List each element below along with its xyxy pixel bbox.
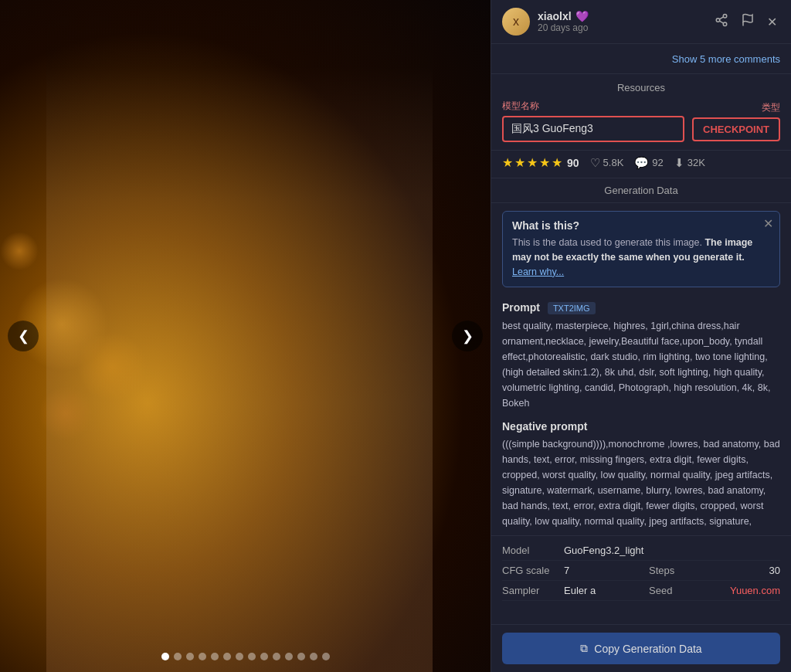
dot-11[interactable]: [285, 653, 293, 660]
info-box: ✕ What is this? This is the data used to…: [502, 211, 780, 287]
comments-stat: 💬 92: [634, 156, 663, 170]
info-text-before: This is the data used to generate this i…: [512, 237, 702, 248]
star-5: ★: [552, 155, 562, 170]
resources-section: Resources 模型名称 国风3 GuoFeng3 类型 CHECKPOIN…: [491, 74, 791, 151]
likes-stat: ♡ 5.8K: [590, 156, 624, 170]
resources-header: Resources: [502, 82, 780, 93]
star-rating: ★ ★ ★ ★ ★ 90: [502, 155, 579, 170]
comment-icon: 💬: [634, 156, 649, 170]
dot-3[interactable]: [186, 653, 194, 660]
model-val: GuoFeng3.2_light: [564, 545, 780, 556]
subject-figure: [46, 0, 433, 672]
stats-row: ★ ★ ★ ★ ★ 90 ♡ 5.8K 💬 92 ⬇ 32K: [491, 151, 791, 178]
heart-outline-icon: ♡: [590, 156, 600, 170]
learn-why-link[interactable]: Learn why...: [512, 266, 564, 277]
copy-icon: ⧉: [580, 642, 588, 655]
downloads-stat: ⬇ 32K: [674, 156, 705, 170]
dot-9[interactable]: [260, 653, 268, 660]
prompt-type-tag: TXT2IMG: [548, 302, 596, 314]
sampler-key: Sampler: [502, 585, 564, 596]
dot-7[interactable]: [236, 653, 243, 660]
sidebar-header: x xiaolxl 💜 20 days ago: [491, 0, 791, 44]
header-actions: ✕: [711, 10, 780, 33]
dot-8[interactable]: [248, 653, 256, 660]
type-label: 类型: [692, 101, 780, 114]
dot-5[interactable]: [211, 653, 219, 660]
rating-score: 90: [567, 157, 579, 169]
prompt-section: Prompt TXT2IMG best quality, masterpiece…: [491, 295, 791, 417]
model-name-col: 模型名称 国风3 GuoFeng3: [502, 100, 684, 142]
next-image-button[interactable]: ❯: [452, 321, 483, 351]
steps-key: Steps: [649, 565, 695, 576]
dot-4[interactable]: [199, 653, 206, 660]
info-box-close-button[interactable]: ✕: [763, 218, 773, 230]
bokeh-circle-4: [0, 232, 39, 270]
prompt-text: best quality, masterpiece, highres, 1gir…: [502, 318, 780, 411]
timestamp: 20 days ago: [538, 22, 704, 33]
dot-14[interactable]: [322, 653, 330, 660]
cfg-key: CFG scale: [502, 565, 564, 576]
prompt-label: Prompt TXT2IMG: [502, 301, 780, 314]
sidebar-panel: x xiaolxl 💜 20 days ago: [491, 0, 791, 672]
checkpoint-badge: CHECKPOINT: [692, 117, 780, 141]
copy-generation-data-button[interactable]: ⧉ Copy Generation Data: [502, 633, 780, 664]
negative-prompt-section: Negative prompt (((simple background))))…: [491, 417, 791, 535]
svg-line-3: [719, 21, 723, 23]
seed-val: Yuuen.com: [695, 585, 780, 596]
copy-button-label: Copy Generation Data: [594, 643, 701, 655]
svg-point-1: [716, 19, 720, 22]
type-col: 类型 CHECKPOINT: [692, 101, 780, 141]
cfg-val: 7: [564, 565, 649, 576]
dot-2[interactable]: [174, 653, 182, 660]
download-icon: ⬇: [674, 156, 684, 170]
negative-prompt-label: Negative prompt: [502, 420, 780, 433]
avatar: x: [502, 8, 530, 36]
close-button[interactable]: ✕: [764, 12, 780, 32]
comments-count: 92: [652, 157, 663, 168]
copy-button-row: ⧉ Copy Generation Data: [491, 624, 791, 672]
info-box-text: This is the data used to generate this i…: [512, 236, 770, 279]
share-button[interactable]: [711, 10, 732, 33]
star-3: ★: [527, 155, 538, 170]
seed-key: Seed: [649, 585, 695, 596]
generation-data-section: Generation Data ✕ What is this? This is …: [491, 178, 791, 624]
sampler-seed-row: Sampler Euler a Seed Yuuen.com: [502, 581, 780, 601]
likes-count: 5.8K: [603, 157, 624, 168]
dot-12[interactable]: [297, 653, 305, 660]
model-key: Model: [502, 545, 564, 556]
dot-10[interactable]: [273, 653, 280, 660]
flag-button[interactable]: [738, 10, 758, 33]
resources-row: 模型名称 国风3 GuoFeng3 类型 CHECKPOINT: [502, 100, 780, 142]
sampler-val: Euler a: [564, 585, 649, 596]
prev-image-button[interactable]: ❮: [8, 321, 39, 351]
cfg-steps-pair: 7 Steps 30: [564, 565, 780, 576]
username: xiaolxl: [538, 10, 572, 22]
negative-prompt-text: (((simple background)))),monochrome ,low…: [502, 436, 780, 529]
svg-line-4: [719, 17, 723, 19]
dot-13[interactable]: [310, 653, 317, 660]
dot-1[interactable]: [161, 653, 169, 660]
star-4: ★: [539, 155, 550, 170]
cfg-steps-row: CFG scale 7 Steps 30: [502, 561, 780, 581]
image-dots-indicator: [161, 653, 330, 660]
checkpoint-name-box[interactable]: 国风3 GuoFeng3: [502, 116, 684, 142]
image-panel: ❮ ❯: [0, 0, 491, 672]
info-box-title: What is this?: [512, 219, 770, 232]
show-more-comments-link[interactable]: Show 5 more comments: [672, 53, 780, 65]
user-info: xiaolxl 💜 20 days ago: [538, 10, 704, 33]
dot-6[interactable]: [223, 653, 231, 660]
model-row: Model GuoFeng3.2_light: [502, 541, 780, 561]
heart-icon: 💜: [575, 10, 589, 22]
show-more-comments-row: Show 5 more comments: [491, 44, 791, 74]
downloads-count: 32K: [687, 157, 705, 168]
svg-point-2: [723, 22, 727, 26]
star-2: ★: [514, 155, 525, 170]
steps-val: 30: [695, 565, 780, 576]
model-name-label: 模型名称: [502, 100, 684, 113]
sampler-seed-pair: Euler a Seed Yuuen.com: [564, 585, 780, 596]
star-1: ★: [502, 155, 513, 170]
meta-rows: Model GuoFeng3.2_light CFG scale 7 Steps…: [491, 535, 791, 606]
generation-data-title: Generation Data: [491, 178, 791, 203]
svg-point-0: [723, 15, 727, 19]
